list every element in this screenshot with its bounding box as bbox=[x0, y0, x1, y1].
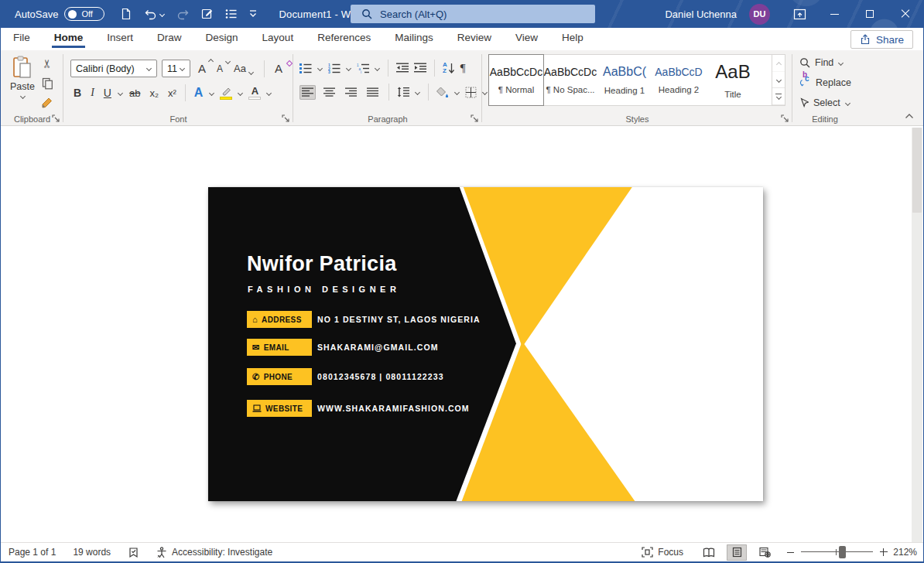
paragraph-dialog-launcher-icon[interactable] bbox=[471, 114, 478, 122]
borders-icon[interactable] bbox=[465, 87, 477, 98]
minimize-button[interactable] bbox=[821, 0, 847, 28]
shading-icon[interactable] bbox=[436, 87, 449, 97]
clear-formatting-button[interactable]: A bbox=[272, 60, 286, 77]
page-indicator[interactable]: Page 1 of 1 bbox=[9, 547, 56, 558]
styles-dialog-launcher-icon[interactable] bbox=[781, 114, 789, 122]
shrink-font-button[interactable]: A bbox=[214, 62, 226, 76]
paste-button[interactable]: Paste bbox=[5, 56, 39, 114]
undo-dropdown-icon[interactable] bbox=[159, 12, 165, 16]
font-dialog-launcher-icon[interactable] bbox=[282, 114, 289, 122]
italic-button[interactable]: I bbox=[87, 85, 98, 101]
multilevel-list-icon[interactable]: 1ai bbox=[357, 63, 369, 73]
font-name-select[interactable]: Calibri (Body) bbox=[70, 60, 157, 77]
style-heading-2[interactable]: AaBbCcD Heading 2 bbox=[652, 55, 706, 105]
styles-scroll-up-icon[interactable] bbox=[772, 55, 785, 72]
highlight-dropdown-icon[interactable] bbox=[238, 91, 243, 95]
tab-mailings[interactable]: Mailings bbox=[394, 30, 434, 48]
user-name[interactable]: Daniel Uchenna bbox=[665, 9, 737, 20]
line-spacing-dropdown-icon[interactable] bbox=[415, 90, 420, 94]
collapse-ribbon-icon[interactable] bbox=[905, 113, 914, 119]
styles-scroll-down-icon[interactable] bbox=[772, 72, 785, 89]
undo-icon[interactable] bbox=[144, 9, 165, 20]
change-case-button[interactable]: Aa bbox=[231, 61, 257, 76]
focus-button[interactable]: Focus bbox=[642, 547, 683, 558]
bold-button[interactable]: B bbox=[70, 85, 84, 101]
style-heading-1[interactable]: AaBbC( Heading 1 bbox=[597, 55, 652, 105]
tab-draw[interactable]: Draw bbox=[156, 30, 183, 48]
maximize-button[interactable] bbox=[857, 0, 883, 28]
cut-icon[interactable]: ✂ bbox=[40, 59, 54, 69]
tab-review[interactable]: Review bbox=[457, 30, 492, 48]
underline-dropdown-icon[interactable] bbox=[118, 91, 123, 95]
editor-icon[interactable] bbox=[201, 8, 214, 20]
increase-indent-icon[interactable] bbox=[414, 63, 426, 73]
customize-qat-icon[interactable] bbox=[249, 10, 257, 18]
font-size-select[interactable]: 11 bbox=[162, 60, 190, 77]
grow-font-button[interactable]: A bbox=[195, 60, 209, 77]
avatar[interactable]: DU bbox=[749, 4, 770, 25]
numbering-icon[interactable]: 123 bbox=[328, 63, 341, 73]
zoom-level[interactable]: 212% bbox=[888, 547, 917, 558]
scrollbar-thumb[interactable] bbox=[912, 128, 922, 213]
share-button[interactable]: Share bbox=[850, 30, 913, 49]
paste-dropdown-icon[interactable] bbox=[20, 94, 26, 98]
format-painter-icon[interactable] bbox=[41, 97, 53, 109]
tab-insert[interactable]: Insert bbox=[106, 30, 134, 48]
font-color-button[interactable]: A bbox=[246, 85, 263, 101]
shading-dropdown-icon[interactable] bbox=[454, 90, 460, 94]
zoom-in-icon[interactable] bbox=[880, 548, 888, 556]
ribbon-display-options-icon[interactable] bbox=[784, 0, 815, 28]
text-effects-button[interactable]: A bbox=[191, 84, 207, 101]
word-count[interactable]: 19 words bbox=[73, 547, 111, 558]
clipboard-dialog-launcher-icon[interactable] bbox=[52, 114, 60, 122]
autosave-toggle[interactable]: Off bbox=[64, 7, 104, 21]
line-spacing-icon[interactable] bbox=[397, 87, 409, 97]
styles-more-icon[interactable] bbox=[772, 88, 785, 105]
read-mode-button[interactable] bbox=[699, 544, 719, 561]
zoom-slider-thumb[interactable] bbox=[839, 546, 846, 558]
tab-view[interactable]: View bbox=[515, 30, 539, 48]
new-document-icon[interactable] bbox=[120, 8, 132, 20]
replace-button[interactable]: b c Replace bbox=[799, 77, 851, 88]
decrease-indent-icon[interactable] bbox=[396, 63, 409, 73]
zoom-out-icon[interactable] bbox=[787, 552, 794, 553]
vertical-scrollbar[interactable] bbox=[912, 128, 922, 542]
select-button[interactable]: Select bbox=[799, 97, 850, 108]
align-right-button[interactable] bbox=[343, 85, 359, 100]
document-canvas[interactable]: Nwifor Patricia FASHION DESIGNER ⌂ ADDRE… bbox=[1, 126, 923, 542]
accessibility-status[interactable]: Accessibility: Investigate bbox=[156, 547, 272, 558]
print-layout-button[interactable] bbox=[727, 544, 747, 561]
numbering-dropdown-icon[interactable] bbox=[346, 67, 351, 70]
bullets-dropdown-icon[interactable] bbox=[317, 67, 323, 70]
tab-design[interactable]: Design bbox=[205, 30, 239, 48]
tab-layout[interactable]: Layout bbox=[262, 30, 295, 48]
style-normal[interactable]: AaBbCcDc ¶ Normal bbox=[489, 55, 543, 105]
close-button[interactable] bbox=[892, 0, 919, 28]
superscript-button[interactable]: x² bbox=[165, 86, 180, 101]
highlight-button[interactable] bbox=[217, 86, 234, 101]
align-left-button[interactable] bbox=[299, 85, 316, 100]
proofing-icon[interactable] bbox=[128, 547, 139, 558]
web-layout-button[interactable] bbox=[755, 544, 775, 561]
multilevel-dropdown-icon[interactable] bbox=[375, 67, 380, 70]
style-title[interactable]: AaB Title bbox=[706, 55, 760, 105]
tab-help[interactable]: Help bbox=[561, 30, 584, 48]
sort-button[interactable]: AZ bbox=[443, 62, 455, 74]
bulleted-list-icon[interactable] bbox=[225, 9, 238, 19]
find-button[interactable]: Find bbox=[799, 57, 844, 68]
text-effects-dropdown-icon[interactable] bbox=[209, 91, 214, 95]
underline-button[interactable]: U bbox=[101, 85, 115, 101]
font-color-dropdown-icon[interactable] bbox=[266, 91, 272, 95]
show-hide-pilcrow-button[interactable]: ¶ bbox=[460, 62, 466, 75]
tab-home[interactable]: Home bbox=[53, 30, 84, 48]
copy-icon[interactable] bbox=[42, 77, 53, 90]
tab-file[interactable]: File bbox=[12, 30, 31, 48]
strikethrough-button[interactable]: ab bbox=[126, 86, 143, 101]
style-no-spacing[interactable]: AaBbCcDc ¶ No Spac... bbox=[543, 55, 597, 105]
tab-references[interactable]: References bbox=[317, 30, 371, 48]
justify-button[interactable] bbox=[364, 85, 381, 100]
zoom-slider[interactable] bbox=[801, 546, 873, 558]
business-card[interactable]: Nwifor Patricia FASHION DESIGNER ⌂ ADDRE… bbox=[208, 187, 763, 501]
bullets-icon[interactable] bbox=[299, 63, 312, 73]
search-input[interactable]: Search (Alt+Q) bbox=[351, 5, 595, 23]
